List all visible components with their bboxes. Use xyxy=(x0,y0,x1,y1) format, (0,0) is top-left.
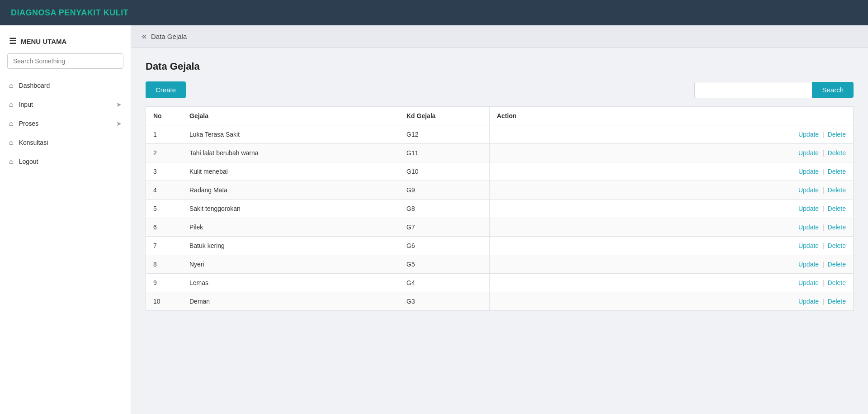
sidebar-item-label-logout: Logout xyxy=(19,158,38,165)
create-button[interactable]: Create xyxy=(146,81,186,98)
sidebar-item-label-dashboard: Dashboard xyxy=(19,82,50,89)
action-separator-6: | xyxy=(822,242,824,249)
cell-action-7: Update | Delete xyxy=(490,255,854,274)
sidebar: ☰ MENU UTAMA ⌂ Dashboard ⌂ Input ➤ ⌂ Pro… xyxy=(0,25,131,414)
cell-kd-2: G10 xyxy=(399,162,490,181)
search-button[interactable]: Search xyxy=(812,82,854,98)
cell-action-5: Update | Delete xyxy=(490,218,854,237)
update-link-4[interactable]: Update xyxy=(798,205,819,212)
cell-kd-1: G11 xyxy=(399,144,490,162)
cell-kd-0: G12 xyxy=(399,125,490,144)
sidebar-item-left-konsultasi: ⌂ Konsultasi xyxy=(9,138,48,147)
cell-gejala-8: Lemas xyxy=(182,274,399,292)
col-header-gejala: Gejala xyxy=(182,107,399,125)
delete-link-6[interactable]: Delete xyxy=(828,242,846,249)
home-icon-input: ⌂ xyxy=(9,100,14,109)
table-search-input[interactable] xyxy=(694,82,812,98)
table-row: 9 Lemas G4 Update | Delete xyxy=(146,274,854,292)
home-icon-konsultasi: ⌂ xyxy=(9,138,14,147)
cell-no-8: 9 xyxy=(146,274,182,292)
action-separator-8: | xyxy=(822,279,824,286)
sidebar-item-left-logout: ⌂ Logout xyxy=(9,157,38,166)
sidebar-item-left-input: ⌂ Input xyxy=(9,100,33,109)
update-link-1[interactable]: Update xyxy=(798,149,819,157)
cell-no-2: 3 xyxy=(146,162,182,181)
delete-link-9[interactable]: Delete xyxy=(828,298,846,305)
action-separator-2: | xyxy=(822,168,824,175)
page-title: Data Gejala xyxy=(146,61,854,72)
action-separator-1: | xyxy=(822,149,824,157)
cell-no-0: 1 xyxy=(146,125,182,144)
update-link-9[interactable]: Update xyxy=(798,298,819,305)
cell-no-4: 5 xyxy=(146,200,182,218)
sidebar-item-proses[interactable]: ⌂ Proses ➤ xyxy=(0,114,131,133)
delete-link-7[interactable]: Delete xyxy=(828,261,846,268)
update-link-2[interactable]: Update xyxy=(798,168,819,175)
hamburger-icon[interactable]: ☰ xyxy=(9,36,16,46)
breadcrumb-bar: « Data Gejala xyxy=(131,25,868,48)
col-header-no: No xyxy=(146,107,182,125)
col-header-action: Action xyxy=(490,107,854,125)
breadcrumb-back-button[interactable]: « xyxy=(142,32,146,41)
cell-action-6: Update | Delete xyxy=(490,237,854,255)
cell-no-3: 4 xyxy=(146,181,182,200)
action-separator-9: | xyxy=(822,298,824,305)
cell-no-6: 7 xyxy=(146,237,182,255)
cell-gejala-6: Batuk kering xyxy=(182,237,399,255)
table-row: 7 Batuk kering G6 Update | Delete xyxy=(146,237,854,255)
update-link-6[interactable]: Update xyxy=(798,242,819,249)
sidebar-item-logout[interactable]: ⌂ Logout xyxy=(0,152,131,171)
cell-action-2: Update | Delete xyxy=(490,162,854,181)
sidebar-item-label-konsultasi: Konsultasi xyxy=(19,139,48,146)
data-table: No Gejala Kd Gejala Action 1 Luka Terasa… xyxy=(146,106,854,311)
update-link-7[interactable]: Update xyxy=(798,261,819,268)
delete-link-3[interactable]: Delete xyxy=(828,186,846,194)
app-title: DIAGNOSA PENYAKIT KULIT xyxy=(11,8,128,18)
delete-link-0[interactable]: Delete xyxy=(828,131,846,138)
cell-gejala-4: Sakit tenggorokan xyxy=(182,200,399,218)
sidebar-nav: ⌂ Dashboard ⌂ Input ➤ ⌂ Proses ➤ ⌂ Konsu… xyxy=(0,76,131,171)
cell-gejala-7: Nyeri xyxy=(182,255,399,274)
sidebar-item-left-proses: ⌂ Proses xyxy=(9,119,38,128)
delete-link-8[interactable]: Delete xyxy=(828,279,846,286)
cell-no-1: 2 xyxy=(146,144,182,162)
toolbar: Create Search xyxy=(146,81,854,98)
table-row: 8 Nyeri G5 Update | Delete xyxy=(146,255,854,274)
action-separator-0: | xyxy=(822,131,824,138)
table-row: 5 Sakit tenggorokan G8 Update | Delete xyxy=(146,200,854,218)
menu-label: MENU UTAMA xyxy=(21,38,66,45)
cell-action-8: Update | Delete xyxy=(490,274,854,292)
cell-action-1: Update | Delete xyxy=(490,144,854,162)
search-bar: Search xyxy=(694,82,854,98)
content-area: Data Gejala Create Search No Gejala Kd G… xyxy=(131,48,868,324)
cell-kd-6: G6 xyxy=(399,237,490,255)
cell-no-7: 8 xyxy=(146,255,182,274)
cell-gejala-5: Pilek xyxy=(182,218,399,237)
delete-link-1[interactable]: Delete xyxy=(828,149,846,157)
action-separator-7: | xyxy=(822,261,824,268)
delete-link-5[interactable]: Delete xyxy=(828,224,846,231)
update-link-5[interactable]: Update xyxy=(798,224,819,231)
delete-link-4[interactable]: Delete xyxy=(828,205,846,212)
main-content: « Data Gejala Data Gejala Create Search … xyxy=(131,25,868,414)
table-row: 6 Pilek G7 Update | Delete xyxy=(146,218,854,237)
chevron-right-icon-input: ➤ xyxy=(116,101,122,108)
col-header-kd: Kd Gejala xyxy=(399,107,490,125)
sidebar-item-input[interactable]: ⌂ Input ➤ xyxy=(0,95,131,114)
update-link-3[interactable]: Update xyxy=(798,186,819,194)
cell-gejala-9: Deman xyxy=(182,292,399,311)
sidebar-search-input[interactable] xyxy=(7,53,123,69)
sidebar-item-konsultasi[interactable]: ⌂ Konsultasi xyxy=(0,133,131,152)
sidebar-item-left-dashboard: ⌂ Dashboard xyxy=(9,81,50,90)
table-row: 1 Luka Terasa Sakit G12 Update | Delete xyxy=(146,125,854,144)
delete-link-2[interactable]: Delete xyxy=(828,168,846,175)
cell-kd-7: G5 xyxy=(399,255,490,274)
action-separator-3: | xyxy=(822,186,824,194)
update-link-8[interactable]: Update xyxy=(798,279,819,286)
cell-action-3: Update | Delete xyxy=(490,181,854,200)
sidebar-item-dashboard[interactable]: ⌂ Dashboard xyxy=(0,76,131,95)
update-link-0[interactable]: Update xyxy=(798,131,819,138)
action-separator-4: | xyxy=(822,205,824,212)
cell-no-5: 6 xyxy=(146,218,182,237)
cell-kd-4: G8 xyxy=(399,200,490,218)
